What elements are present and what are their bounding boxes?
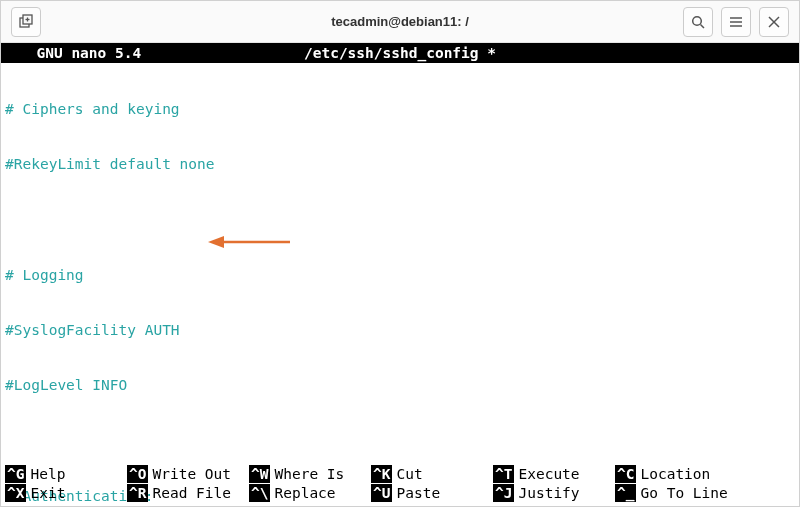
close-button[interactable] [759, 7, 789, 37]
svg-point-4 [693, 16, 702, 25]
keycap: ^J [493, 484, 514, 502]
keycap: ^K [371, 465, 392, 483]
svg-marker-12 [208, 236, 224, 248]
shortcut-help[interactable]: ^GHelp [5, 465, 127, 484]
editor-line: # Logging [5, 266, 795, 285]
shortcut-write-out[interactable]: ^OWrite Out [127, 465, 249, 484]
shortcut-cut[interactable]: ^KCut [371, 465, 493, 484]
window-title: tecadmin@debian11: / [331, 14, 469, 29]
keycap: ^O [127, 465, 148, 483]
terminal-window: tecadmin@debian11: / GNU nano 5.4 /etc/s… [0, 0, 800, 507]
menu-button[interactable] [721, 7, 751, 37]
shortcut-label: Where Is [274, 465, 344, 483]
keycap: ^_ [615, 484, 636, 502]
annotation-arrow-icon [208, 196, 290, 288]
shortcut-read-file[interactable]: ^RRead File [127, 484, 249, 503]
editor-line: #SyslogFacility AUTH [5, 321, 795, 340]
shortcut-justify[interactable]: ^JJustify [493, 484, 615, 503]
close-icon [768, 16, 780, 28]
keycap: ^W [249, 465, 270, 483]
shortcut-label: Exit [30, 484, 65, 502]
new-tab-icon [18, 14, 34, 30]
shortcut-label: Replace [274, 484, 335, 502]
search-button[interactable] [683, 7, 713, 37]
keycap: ^G [5, 465, 26, 483]
shortcut-replace[interactable]: ^\Replace [249, 484, 371, 503]
shortcut-paste[interactable]: ^UPaste [371, 484, 493, 503]
shortcut-label: Read File [152, 484, 231, 502]
shortcut-execute[interactable]: ^TExecute [493, 465, 615, 484]
search-icon [691, 15, 705, 29]
shortcut-label: Help [30, 465, 65, 483]
hamburger-icon [729, 15, 743, 29]
shortcut-location[interactable]: ^CLocation [615, 465, 737, 484]
shortcut-where-is[interactable]: ^WWhere Is [249, 465, 371, 484]
svg-line-5 [701, 24, 705, 28]
editor-body[interactable]: # Ciphers and keying #RekeyLimit default… [1, 63, 799, 507]
shortcut-label: Go To Line [640, 484, 727, 502]
shortcut-label: Paste [396, 484, 440, 502]
nano-file-name: /etc/ssh/sshd_config * [304, 44, 496, 62]
shortcut-label: Execute [518, 465, 579, 483]
keycap: ^\ [249, 484, 270, 502]
nano-shortcut-bar: ^GHelp ^OWrite Out ^WWhere Is ^KCut ^TEx… [1, 465, 799, 506]
editor-line: #RekeyLimit default none [5, 155, 795, 174]
shortcut-row: ^XExit ^RRead File ^\Replace ^UPaste ^JJ… [5, 484, 795, 503]
terminal-area[interactable]: GNU nano 5.4 /etc/ssh/sshd_config * # Ci… [1, 43, 799, 506]
keycap: ^R [127, 484, 148, 502]
shortcut-label: Write Out [152, 465, 231, 483]
keycap: ^C [615, 465, 636, 483]
shortcut-row: ^GHelp ^OWrite Out ^WWhere Is ^KCut ^TEx… [5, 465, 795, 484]
new-tab-button[interactable] [11, 7, 41, 37]
titlebar: tecadmin@debian11: / [1, 1, 799, 43]
keycap: ^U [371, 484, 392, 502]
editor-line: #LogLevel INFO [5, 376, 795, 395]
shortcut-exit[interactable]: ^XExit [5, 484, 127, 503]
keycap: ^T [493, 465, 514, 483]
shortcut-label: Justify [518, 484, 579, 502]
editor-line: # Ciphers and keying [5, 100, 795, 119]
editor-line [5, 210, 795, 229]
nano-header: GNU nano 5.4 /etc/ssh/sshd_config * [1, 43, 799, 63]
shortcut-label: Location [640, 465, 710, 483]
shortcut-label: Cut [396, 465, 422, 483]
nano-app-name: GNU nano 5.4 [5, 44, 141, 62]
titlebar-left [9, 7, 43, 37]
editor-line [5, 432, 795, 451]
keycap: ^X [5, 484, 26, 502]
shortcut-go-to-line[interactable]: ^_Go To Line [615, 484, 737, 503]
titlebar-right [681, 7, 791, 37]
